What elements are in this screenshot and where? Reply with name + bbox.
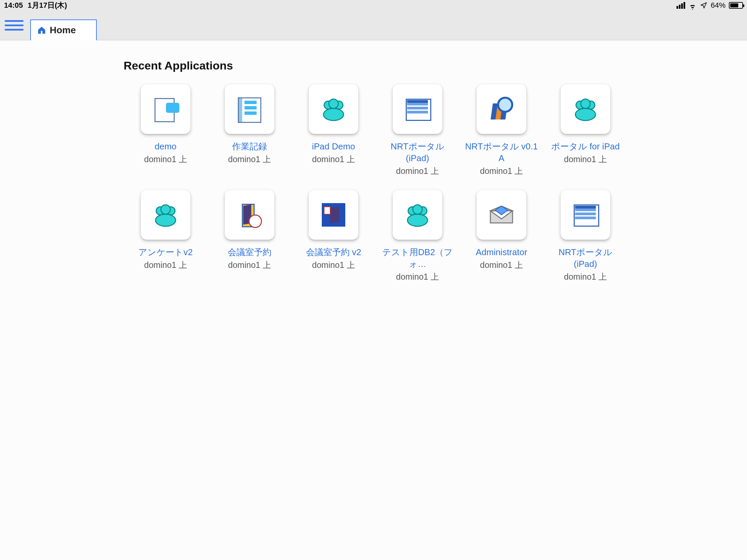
- app-icon: [476, 84, 526, 134]
- app-name: NRTポータル v0.1 A: [465, 141, 538, 164]
- app-icon: [141, 190, 190, 240]
- app-icon: [309, 190, 358, 240]
- app-server: domino1 上: [144, 260, 187, 271]
- section-title: Recent Applications: [0, 59, 747, 72]
- app-tile[interactable]: ポータル for iPaddomino1 上: [543, 84, 627, 177]
- battery-icon: [729, 2, 743, 9]
- app-server: domino1 上: [396, 165, 439, 177]
- app-server: domino1 上: [312, 154, 355, 165]
- battery-percent: 64%: [711, 1, 725, 10]
- app-server: domino1 上: [228, 154, 271, 165]
- tab-home-label: Home: [50, 25, 76, 35]
- app-icon: [225, 84, 275, 134]
- app-tile[interactable]: NRTポータル (iPad)domino1 上: [543, 190, 627, 282]
- app-name: アンケートv2: [138, 246, 192, 258]
- status-date: 1月17日(木): [28, 0, 67, 10]
- app-icon: [561, 84, 610, 134]
- app-name: iPad Demo: [312, 141, 355, 153]
- app-server: domino1 上: [312, 260, 355, 271]
- app-name: 作業記録: [232, 141, 267, 153]
- status-bar: 14:05 1月17日(木) 64%: [0, 0, 747, 11]
- app-tile[interactable]: Administratordomino1 上: [460, 190, 543, 282]
- app-tile[interactable]: 作業記録domino1 上: [208, 84, 291, 177]
- app-server: domino1 上: [480, 260, 523, 271]
- app-name: NRTポータル (iPad): [548, 246, 622, 270]
- app-icon: [225, 190, 275, 240]
- app-server: domino1 上: [480, 165, 523, 177]
- app-icon: [393, 84, 442, 134]
- app-server: domino1 上: [564, 271, 607, 282]
- home-icon: [37, 26, 46, 35]
- app-icon: [561, 190, 610, 240]
- app-icon: [141, 84, 190, 134]
- app-tile[interactable]: 会議室予約domino1 上: [208, 190, 291, 282]
- app-icon: [476, 190, 526, 240]
- wifi-icon: [689, 2, 697, 9]
- cellular-icon: [676, 2, 685, 9]
- app-name: demo: [155, 141, 176, 153]
- app-tile[interactable]: iPad Demodomino1 上: [291, 84, 376, 177]
- app-name: Administrator: [475, 246, 527, 258]
- app-tile[interactable]: アンケートv2domino1 上: [124, 190, 208, 282]
- app-tile[interactable]: demodomino1 上: [124, 84, 208, 177]
- app-server: domino1 上: [228, 260, 271, 271]
- app-name: ポータル for iPad: [551, 141, 620, 153]
- app-tile[interactable]: 会議室予約 v2domino1 上: [291, 190, 376, 282]
- app-header: Home: [0, 11, 747, 40]
- menu-button[interactable]: [5, 16, 24, 34]
- app-server: domino1 上: [396, 271, 439, 282]
- status-time: 14:05: [4, 1, 23, 10]
- app-icon: [393, 190, 442, 240]
- tab-home[interactable]: Home: [30, 20, 97, 40]
- app-name: 会議室予約: [228, 246, 272, 258]
- app-icon: [309, 84, 358, 134]
- app-tile[interactable]: NRTポータル v0.1 Adomino1 上: [460, 84, 543, 177]
- app-grid: demodomino1 上作業記録domino1 上iPad Demodomin…: [0, 84, 747, 282]
- app-tile[interactable]: テスト用DB2（フォ…domino1 上: [376, 190, 460, 282]
- location-icon: [700, 2, 707, 9]
- app-name: テスト用DB2（フォ…: [381, 246, 455, 270]
- app-name: 会議室予約 v2: [306, 246, 361, 258]
- app-server: domino1 上: [564, 154, 607, 165]
- main-content: Recent Applications demodomino1 上作業記録dom…: [0, 40, 747, 282]
- app-server: domino1 上: [144, 154, 187, 165]
- app-tile[interactable]: NRTポータル (iPad)domino1 上: [376, 84, 460, 177]
- app-name: NRTポータル (iPad): [381, 141, 455, 164]
